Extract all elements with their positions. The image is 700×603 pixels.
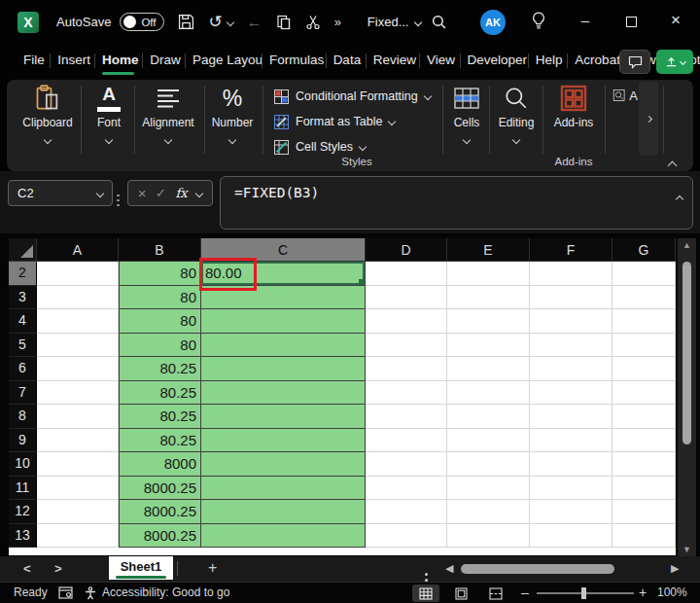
- vertical-scroll-thumb[interactable]: [682, 262, 691, 444]
- back-button[interactable]: ←: [247, 14, 262, 31]
- row-header-11[interactable]: 11: [9, 477, 37, 501]
- editing-group-button[interactable]: Editing: [492, 84, 541, 147]
- column-header-F[interactable]: F: [530, 238, 612, 262]
- cell-C12[interactable]: [201, 500, 366, 524]
- tab-acrobat[interactable]: Acrobat: [567, 44, 622, 78]
- row-header-5[interactable]: 5: [9, 334, 37, 358]
- scroll-down-icon[interactable]: ▼: [678, 543, 696, 556]
- tab-file[interactable]: File: [16, 44, 50, 78]
- cell[interactable]: [530, 405, 612, 429]
- column-header-A[interactable]: A: [37, 238, 119, 262]
- page-break-preview-button[interactable]: [482, 585, 509, 602]
- enter-button[interactable]: ✓: [156, 186, 166, 200]
- cell[interactable]: [447, 500, 530, 524]
- row-header-4[interactable]: 4: [9, 309, 37, 334]
- cell[interactable]: [612, 477, 676, 501]
- cut-button[interactable]: [305, 15, 321, 30]
- cell-C4[interactable]: [201, 309, 366, 334]
- cell[interactable]: [530, 500, 612, 524]
- minimize-button[interactable]: –: [576, 12, 595, 28]
- autosave-toggle[interactable]: Off: [120, 13, 164, 31]
- save-button[interactable]: [178, 14, 194, 30]
- cell[interactable]: [447, 262, 530, 286]
- cell[interactable]: [612, 262, 676, 286]
- cell-C10[interactable]: [201, 452, 366, 477]
- excel-logo-icon[interactable]: X: [18, 12, 39, 33]
- cell[interactable]: [530, 452, 612, 477]
- tab-developer[interactable]: Developer: [460, 44, 528, 78]
- cancel-button[interactable]: ×: [138, 185, 147, 201]
- prev-sheet-button[interactable]: <: [23, 561, 31, 576]
- maximize-button[interactable]: [626, 17, 637, 27]
- row-header-10[interactable]: 10: [9, 452, 37, 477]
- cell[interactable]: [37, 405, 119, 429]
- ribbon-more-button[interactable]: [639, 82, 658, 156]
- cell[interactable]: [366, 309, 447, 334]
- next-sheet-button[interactable]: >: [54, 561, 62, 576]
- cell-B3[interactable]: 80: [119, 286, 201, 310]
- cell-B11[interactable]: 8000.25: [119, 477, 201, 501]
- cell-B4[interactable]: 80: [119, 309, 201, 334]
- cell[interactable]: [37, 334, 119, 358]
- cell-B7[interactable]: 80.25: [119, 381, 201, 406]
- cell-B10[interactable]: 8000: [119, 452, 201, 477]
- zoom-in-button[interactable]: +: [639, 585, 647, 600]
- cell[interactable]: [530, 262, 612, 286]
- tab-help[interactable]: Help: [528, 44, 568, 78]
- account-avatar[interactable]: AK: [480, 10, 506, 35]
- cell[interactable]: [366, 500, 447, 524]
- cell[interactable]: [37, 381, 119, 406]
- cell[interactable]: [612, 524, 676, 549]
- row-header-12[interactable]: 12: [9, 500, 37, 524]
- cell-C8[interactable]: [201, 405, 366, 429]
- scroll-up-icon[interactable]: ▲: [678, 238, 696, 252]
- alt-text-button[interactable]: A: [612, 85, 638, 106]
- zoom-level[interactable]: 100%: [657, 585, 687, 599]
- tab-page-layout[interactable]: Page Layout: [185, 44, 262, 78]
- cell[interactable]: [366, 357, 447, 381]
- conditional-formatting-button[interactable]: Conditional Formatting: [274, 84, 431, 109]
- cell[interactable]: [612, 309, 676, 334]
- more-commands-button[interactable]: »: [334, 15, 342, 29]
- cell[interactable]: [612, 452, 676, 477]
- cell-C9[interactable]: [201, 429, 366, 453]
- row-header-8[interactable]: 8: [9, 405, 37, 429]
- cell-C7[interactable]: [201, 381, 366, 406]
- cell[interactable]: [447, 452, 530, 477]
- fill-handle[interactable]: [359, 279, 365, 285]
- cell[interactable]: [366, 286, 447, 310]
- cell[interactable]: [366, 262, 447, 286]
- insert-function-button[interactable]: fx: [176, 186, 188, 200]
- row-header-7[interactable]: 7: [9, 381, 37, 406]
- clipboard-group-button[interactable]: Clipboard: [18, 84, 78, 147]
- cell[interactable]: [447, 477, 530, 501]
- cell[interactable]: [366, 381, 447, 406]
- cell[interactable]: [447, 334, 530, 358]
- cell-B2[interactable]: 80: [119, 262, 201, 286]
- cell[interactable]: [447, 524, 530, 549]
- cell[interactable]: [366, 452, 447, 477]
- cell[interactable]: [37, 357, 119, 381]
- cell[interactable]: [37, 286, 119, 310]
- tab-review[interactable]: Review: [366, 44, 419, 78]
- add-sheet-button[interactable]: +: [208, 559, 217, 577]
- cell[interactable]: [530, 381, 612, 406]
- addins-button[interactable]: Add-ins: [546, 84, 601, 129]
- page-layout-view-button[interactable]: [447, 585, 474, 602]
- cell[interactable]: [447, 309, 530, 334]
- cell[interactable]: [447, 429, 530, 453]
- share-button[interactable]: [656, 50, 693, 74]
- macro-record-button[interactable]: [58, 586, 73, 602]
- cell[interactable]: [612, 357, 676, 381]
- formula-input[interactable]: =FIXED(B3): [220, 176, 693, 230]
- cell[interactable]: [530, 286, 612, 310]
- cell[interactable]: [37, 452, 119, 477]
- cell[interactable]: [37, 500, 119, 524]
- cell-B12[interactable]: 8000.25: [119, 500, 201, 524]
- cell[interactable]: [37, 429, 119, 453]
- row-header-13[interactable]: 13: [9, 524, 37, 549]
- row-header-3[interactable]: 3: [9, 286, 37, 310]
- cell[interactable]: [447, 286, 530, 310]
- horizontal-scroll-thumb[interactable]: [461, 564, 614, 574]
- cell-C5[interactable]: [201, 334, 366, 358]
